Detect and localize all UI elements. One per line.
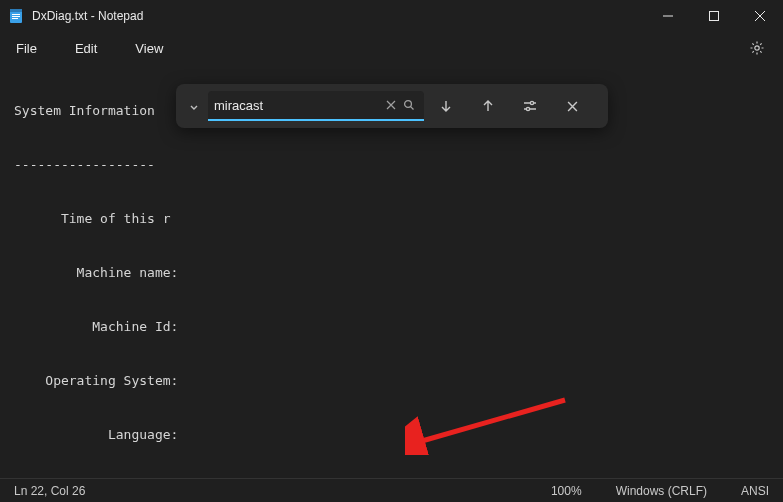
menu-edit[interactable]: Edit xyxy=(69,39,103,58)
menu-bar: File Edit View xyxy=(0,32,783,64)
status-encoding: ANSI xyxy=(741,484,769,498)
search-input[interactable] xyxy=(214,98,382,113)
find-prev-button[interactable] xyxy=(468,90,508,122)
text-line: Machine name: xyxy=(14,264,783,282)
title-bar: DxDiag.txt - Notepad xyxy=(0,0,783,32)
menu-file[interactable]: File xyxy=(10,39,43,58)
status-bar: Ln 22, Col 26 100% Windows (CRLF) ANSI xyxy=(0,478,783,502)
close-button[interactable] xyxy=(737,0,783,32)
svg-rect-1 xyxy=(10,9,22,12)
window-title: DxDiag.txt - Notepad xyxy=(32,9,143,23)
svg-rect-3 xyxy=(12,16,20,17)
svg-point-8 xyxy=(530,101,533,104)
status-zoom: 100% xyxy=(551,484,582,498)
menu-view[interactable]: View xyxy=(129,39,169,58)
window-controls xyxy=(645,0,783,32)
text-line: Language: xyxy=(14,426,783,444)
svg-point-6 xyxy=(755,46,759,50)
maximize-button[interactable] xyxy=(691,0,737,32)
find-next-button[interactable] xyxy=(426,90,466,122)
search-button[interactable] xyxy=(400,94,418,116)
svg-point-7 xyxy=(405,101,412,108)
find-bar xyxy=(176,84,608,128)
svg-rect-4 xyxy=(12,18,18,19)
text-line: Time of this r xyxy=(14,210,783,228)
svg-point-9 xyxy=(526,107,529,110)
close-find-button[interactable] xyxy=(552,90,592,122)
find-options-button[interactable] xyxy=(510,90,550,122)
text-line: ------------------ xyxy=(14,156,783,174)
settings-button[interactable] xyxy=(741,32,773,64)
minimize-button[interactable] xyxy=(645,0,691,32)
text-line: Operating System: xyxy=(14,372,783,390)
svg-rect-2 xyxy=(12,14,20,15)
text-line: Machine Id: xyxy=(14,318,783,336)
clear-search-button[interactable] xyxy=(382,94,400,116)
expand-replace-button[interactable] xyxy=(182,90,206,122)
status-position: Ln 22, Col 26 xyxy=(14,484,85,498)
search-input-wrap xyxy=(208,91,424,121)
status-eol: Windows (CRLF) xyxy=(616,484,707,498)
notepad-icon xyxy=(8,8,24,24)
svg-rect-5 xyxy=(710,12,719,21)
